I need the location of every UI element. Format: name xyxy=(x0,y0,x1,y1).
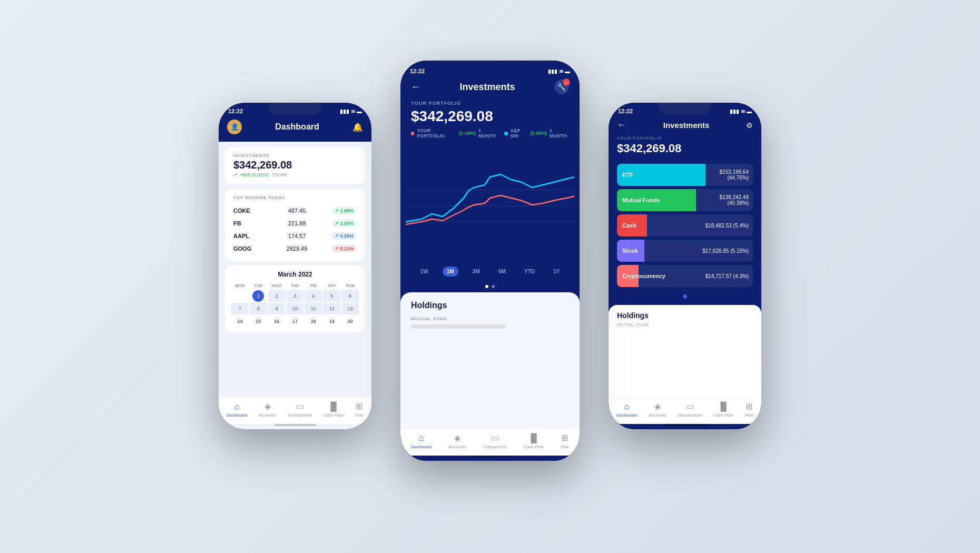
nav-accounts-left[interactable]: ◈ Accounts xyxy=(259,401,276,418)
cal-day-5[interactable]: 5 xyxy=(323,290,340,302)
time-1m[interactable]: 1M xyxy=(443,266,458,276)
home-indicator-right xyxy=(664,424,706,426)
nav-label-accounts-right: Accounts xyxy=(649,413,666,418)
calendar-month: March 2022 xyxy=(231,271,359,278)
nav-plan-left[interactable]: ⊞ Plan xyxy=(355,401,364,418)
mover-name-goog: GOOG xyxy=(233,245,262,252)
nav-plan-right[interactable]: ⊞ Plan xyxy=(745,401,753,418)
portfolio-line xyxy=(406,195,574,224)
time-1y[interactable]: 1Y xyxy=(549,266,564,276)
mover-badge-coke: ↗ 1.68% xyxy=(331,207,357,214)
transactions-icon-center: ▭ xyxy=(491,433,499,443)
stock-bar: Stock xyxy=(617,240,644,262)
cal-day-4[interactable]: 4 xyxy=(305,290,322,302)
cash-amount: $18,482.53 (5.4%) xyxy=(651,223,749,229)
cal-day-18[interactable]: 18 xyxy=(308,315,319,327)
back-button-right[interactable]: ← xyxy=(617,120,626,131)
legend-sp500: S&P 500 (3.43%) 1 MONTH xyxy=(504,128,569,139)
nav-label-cashflow-center: Cash Flow xyxy=(524,445,544,449)
time-3m[interactable]: 3M xyxy=(468,266,484,276)
mover-name-aapl: AAPL xyxy=(233,233,262,239)
signal-right: ▮▮▮ xyxy=(730,108,739,114)
phone-right: 12:22 ▮▮▮ ≋ ▬ ← Investments ⚙ YOUR PORTF… xyxy=(609,103,761,429)
cal-day-20[interactable]: 20 xyxy=(345,315,356,327)
holding-etf: ETF $153,199.64 (44.76%) xyxy=(617,164,753,186)
plan-icon-center: ⊞ xyxy=(561,433,568,443)
cal-day-13[interactable]: 13 xyxy=(341,303,359,314)
holdings-card-center: Holdings MUTUAL FUND xyxy=(400,292,580,429)
legend-sp500-name: S&P 500 xyxy=(511,128,528,139)
nav-accounts-right[interactable]: ◈ Accounts xyxy=(649,401,666,418)
holdings-bars-right: ETF $153,199.64 (44.76%) Mutual Funds $1… xyxy=(609,161,761,290)
bottom-nav-center: ⌂ Dashboard ◈ Accounts ▭ Transactions ▐▌… xyxy=(400,428,580,456)
nav-cashflow-center[interactable]: ▐▌ Cash Flow xyxy=(524,433,544,449)
wifi-center: ≋ xyxy=(559,68,563,74)
avatar: 👤 xyxy=(227,120,242,134)
mover-aapl: AAPL 174.57 ↗ 0.29% xyxy=(233,230,357,242)
bottom-nav-left: ⌂ Dashboard ◈ Accounts ▭ Transactions ▐▌… xyxy=(219,397,371,424)
notification-button-center[interactable]: 🔧 1 xyxy=(554,80,569,94)
cal-day-17[interactable]: 17 xyxy=(289,315,301,327)
cal-day-15[interactable]: 15 xyxy=(252,315,264,327)
cal-day-7[interactable]: 7 xyxy=(231,303,249,314)
nav-label-plan-center: Plan xyxy=(561,445,569,449)
mover-fb: FB 221.88 ↗ 1.05% xyxy=(233,217,357,230)
portfolio-label-center: YOUR PORTFOLIO xyxy=(411,101,569,106)
nav-dashboard-center[interactable]: ⌂ Dashboard xyxy=(411,433,432,449)
nav-cashflow-right[interactable]: ▐▌ Cash Flow xyxy=(713,402,733,418)
cal-day-19[interactable]: 19 xyxy=(326,315,338,327)
mover-name-fb: FB xyxy=(233,220,262,226)
nav-transactions-center[interactable]: ▭ Transactions xyxy=(483,433,507,449)
investments-card: INVESTMENTS $342,269.08 ↗ +$65 (0.02%) T… xyxy=(225,147,365,184)
investments-amount: $342,269.08 xyxy=(233,159,357,171)
nav-label-cashflow-left: Cash Flow xyxy=(324,413,344,418)
mover-badge-fb: ↗ 1.05% xyxy=(331,220,357,227)
cal-day-9[interactable]: 9 xyxy=(268,303,286,314)
nav-dashboard-left[interactable]: ⌂ Dashboard xyxy=(227,402,247,418)
time-1w[interactable]: 1W xyxy=(416,266,433,276)
time-6m[interactable]: 6M xyxy=(494,266,510,276)
cal-day-6[interactable]: 6 xyxy=(341,290,359,302)
filter-icon-right[interactable]: ⚙ xyxy=(746,121,753,130)
bell-icon[interactable]: 🔔 xyxy=(352,122,363,132)
cal-day-11[interactable]: 11 xyxy=(305,303,322,314)
signal-center: ▮▮▮ xyxy=(548,68,557,74)
nav-accounts-center[interactable]: ◈ Accounts xyxy=(448,433,466,449)
nav-cashflow-left[interactable]: ▐▌ Cash Flow xyxy=(324,402,344,418)
holding-bar-center xyxy=(411,324,506,329)
status-icons-center: ▮▮▮ ≋ ▬ xyxy=(548,68,570,74)
holdings-title-center: Holdings xyxy=(411,301,569,310)
cal-day-3[interactable]: 3 xyxy=(287,290,304,302)
cal-header-sat: SAT xyxy=(323,282,340,289)
transactions-icon-right: ▭ xyxy=(686,401,694,411)
phones-container: 12:22 ▮▮▮ ≋ ▬ 👤 Dashboard 🔔 xyxy=(174,34,806,519)
mutual-bar: Mutual Funds xyxy=(617,189,696,211)
nav-label-dashboard-left: Dashboard xyxy=(227,413,247,418)
nav-plan-center[interactable]: ⊞ Plan xyxy=(561,433,569,449)
cal-day-8[interactable]: 8 xyxy=(250,303,267,314)
mover-coke: COKE 487.45 ↗ 1.68% xyxy=(233,204,357,217)
mover-badge-aapl: ↗ 0.29% xyxy=(331,232,357,240)
calendar-grid: MON TUE WED THU FRI SAT SUN 1 2 3 xyxy=(231,282,359,327)
portfolio-section-right: YOUR PORTFOLIO $342,269.08 xyxy=(609,136,761,161)
cashflow-icon-right: ▐▌ xyxy=(718,402,730,411)
cal-day-2[interactable]: 2 xyxy=(268,290,286,302)
legend-dot-cyan xyxy=(504,132,507,135)
movers-section: TOP MOVERS TODAY COKE 487.45 ↗ 1.68% FB … xyxy=(225,189,365,261)
dot-1-center xyxy=(485,285,488,288)
nav-transactions-right[interactable]: ▭ Transactions xyxy=(678,401,702,418)
holding-cash: Cash $18,482.53 (5.4%) xyxy=(617,214,753,236)
plan-icon-right: ⊞ xyxy=(746,401,752,411)
cal-day-14[interactable]: 14 xyxy=(234,315,246,327)
cal-day-10[interactable]: 10 xyxy=(287,303,304,314)
mover-badge-goog: ↗ 0.11% xyxy=(331,245,357,252)
plan-icon-left: ⊞ xyxy=(356,401,362,411)
cal-day-12[interactable]: 12 xyxy=(323,303,340,314)
bottom-nav-right: ⌂ Dashboard ◈ Accounts ▭ Transactions ▐▌… xyxy=(609,397,761,424)
cal-day-16[interactable]: 16 xyxy=(271,315,282,327)
nav-dashboard-right[interactable]: ⌂ Dashboard xyxy=(616,402,637,418)
back-button-center[interactable]: ← xyxy=(411,82,420,93)
cal-day-1[interactable]: 1 xyxy=(252,290,264,302)
time-ytd[interactable]: YTD xyxy=(520,266,539,276)
nav-transactions-left[interactable]: ▭ Transactions xyxy=(288,401,312,418)
